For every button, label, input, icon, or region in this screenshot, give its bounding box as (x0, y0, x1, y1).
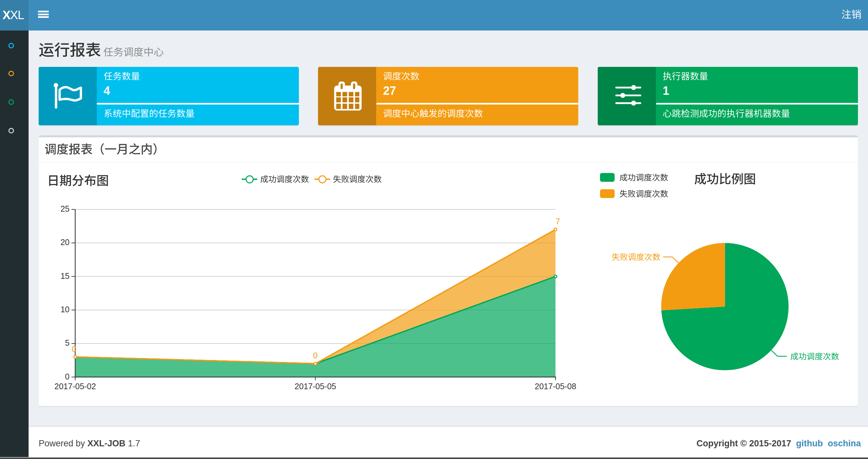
svg-text:10: 10 (60, 305, 69, 314)
svg-text:2017-05-08: 2017-05-08 (535, 382, 576, 391)
svg-text:2017-05-02: 2017-05-02 (55, 382, 96, 391)
svg-text:20: 20 (60, 238, 69, 247)
svg-text:7: 7 (556, 217, 560, 226)
svg-text:2017-05-05: 2017-05-05 (294, 382, 336, 391)
svg-text:15: 15 (60, 271, 69, 281)
svg-text:5: 5 (65, 338, 69, 347)
svg-text:25: 25 (60, 204, 69, 213)
svg-text:0: 0 (313, 351, 318, 360)
svg-text:0: 0 (72, 345, 76, 354)
svg-text:0: 0 (65, 372, 69, 381)
